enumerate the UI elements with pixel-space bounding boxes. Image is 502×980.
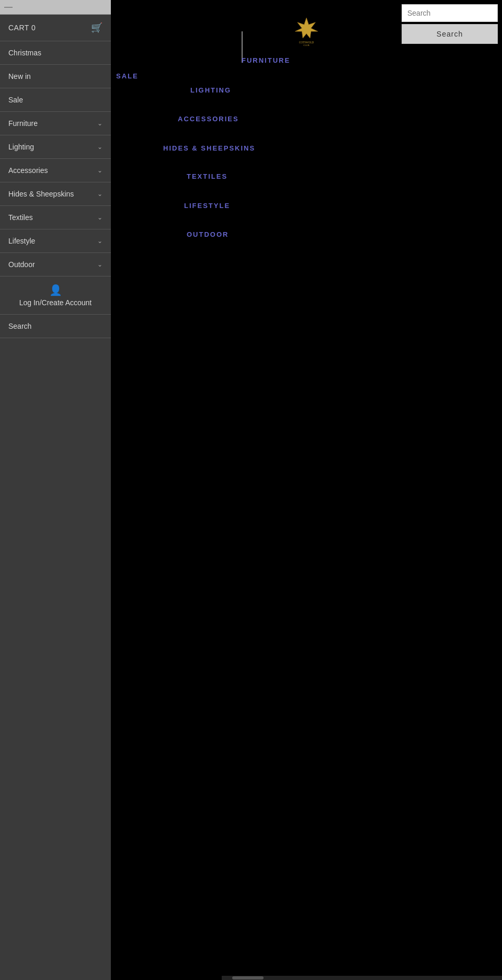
chevron-down-icon: ⌄	[97, 214, 102, 221]
sidebar-item-label-lighting: Lighting	[8, 143, 34, 151]
main-nav-outdoor[interactable]: OUTDOOR	[187, 230, 229, 238]
sale-label[interactable]: SALE	[116, 72, 139, 80]
sidebar-item-label-sale: Sale	[8, 96, 23, 104]
search-box-container	[402, 4, 498, 22]
search-input[interactable]	[402, 5, 497, 21]
main-nav-accessories[interactable]: ACCESSORIES	[178, 115, 239, 123]
search-button[interactable]: Search	[402, 24, 498, 44]
sidebar-item-outdoor[interactable]: Outdoor ⌄	[0, 253, 111, 276]
account-label: Log In/Create Account	[19, 298, 92, 307]
sidebar-item-sale[interactable]: Sale	[0, 88, 111, 112]
cart-label: CART 0	[8, 24, 36, 32]
sidebar-item-label-outdoor: Outdoor	[8, 260, 35, 269]
sidebar-item-lifestyle[interactable]: Lifestyle ⌄	[0, 229, 111, 253]
scrollbar-thumb	[232, 976, 264, 979]
main-nav-furniture[interactable]: FURNITURE	[242, 56, 290, 64]
sidebar-item-textiles[interactable]: Textiles ⌄	[0, 206, 111, 229]
logo-area: COTSWOLD CLUB	[291, 16, 322, 49]
logo-emblem: COTSWOLD CLUB	[291, 16, 322, 47]
sidebar-item-label-lifestyle: Lifestyle	[8, 237, 35, 245]
sidebar-item-label-christmas: Christmas	[8, 49, 41, 57]
sidebar-item-new[interactable]: New in	[0, 65, 111, 88]
sidebar-search-label: Search	[8, 322, 31, 330]
sidebar-top-bar-line	[4, 7, 13, 8]
svg-marker-0	[295, 18, 318, 38]
main-content: COTSWOLD CLUB SALE FURNITURE LIGHTING AC…	[111, 0, 502, 980]
sidebar-top-bar	[0, 0, 111, 15]
chevron-down-icon: ⌄	[97, 190, 102, 198]
sidebar-item-accessories[interactable]: Accessories ⌄	[0, 159, 111, 182]
sidebar-item-christmas[interactable]: Christmas	[0, 41, 111, 65]
cart-icon: 🛒	[91, 22, 102, 33]
sidebar-item-lighting[interactable]: Lighting ⌄	[0, 135, 111, 159]
sidebar-item-hides[interactable]: Hides & Sheepskins ⌄	[0, 182, 111, 206]
main-nav-hides[interactable]: HIDES & SHEEPSKINS	[163, 144, 255, 152]
account-icon: 👤	[49, 284, 62, 296]
cart-row[interactable]: CART 0 🛒	[0, 15, 111, 41]
chevron-down-icon: ⌄	[97, 120, 102, 127]
sidebar-item-label-accessories: Accessories	[8, 166, 48, 175]
chevron-down-icon: ⌄	[97, 237, 102, 245]
chevron-down-icon: ⌄	[97, 261, 102, 268]
main-nav-lifestyle[interactable]: LIFESTYLE	[184, 202, 230, 210]
chevron-down-icon: ⌄	[97, 143, 102, 151]
account-item[interactable]: 👤 Log In/Create Account	[0, 276, 111, 315]
sidebar-item-label-hides: Hides & Sheepskins	[8, 190, 74, 198]
svg-text:COTSWOLD: COTSWOLD	[299, 41, 314, 44]
sidebar-item-label-textiles: Textiles	[8, 213, 33, 222]
chevron-down-icon: ⌄	[97, 167, 102, 174]
main-nav-lighting[interactable]: LIGHTING	[190, 86, 231, 94]
sidebar-item-label-furniture: Furniture	[8, 119, 38, 128]
main-nav-textiles[interactable]: TEXTILES	[187, 172, 227, 180]
sidebar-item-label-new: New in	[8, 72, 31, 80]
bottom-scrollbar[interactable]	[222, 976, 502, 980]
search-overlay: Search	[397, 0, 502, 48]
sidebar-item-furniture[interactable]: Furniture ⌄	[0, 112, 111, 135]
sidebar: CART 0 🛒 Christmas New in Sale Furniture…	[0, 0, 111, 980]
sidebar-search-item[interactable]: Search	[0, 315, 111, 338]
svg-text:CLUB: CLUB	[303, 44, 310, 47]
